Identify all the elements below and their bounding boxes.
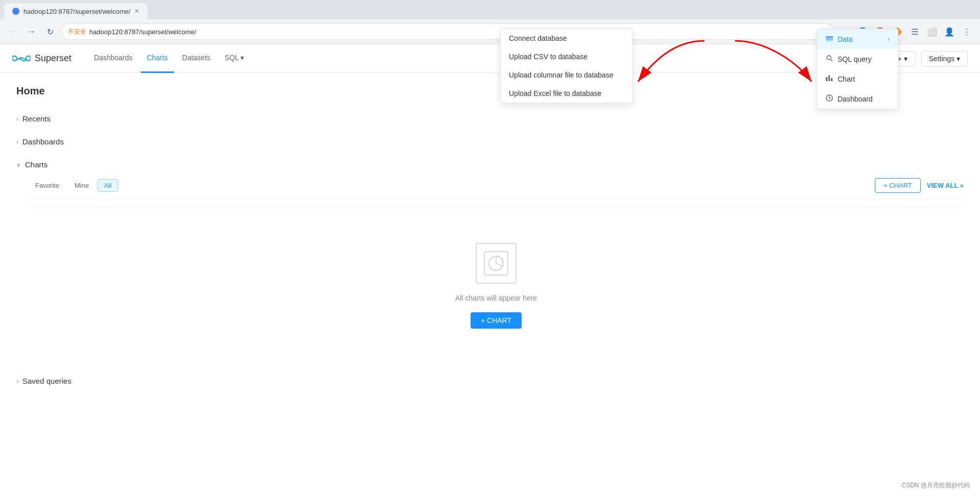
chart-icon [825,74,834,84]
dashboards-section: › Dashboards [16,132,964,151]
nav-datasets[interactable]: Datasets [176,44,216,73]
reload-button[interactable]: ↻ [43,24,57,39]
nav-links: Dashboards Charts Datasets SQL ▾ [88,44,890,73]
charts-divider [29,208,964,208]
layers-icon [825,34,834,42]
plus-dropdown-data[interactable]: Data › [817,29,898,49]
plus-dropdown: Data › SQL query Chart [817,29,898,109]
svg-rect-7 [826,77,827,81]
app-container: Superset Dashboards Charts Datasets SQL … [0,44,980,496]
plus-sql-label: SQL query [838,55,871,63]
charts-empty-icon [476,243,517,284]
filter-tabs: Favorite Mine All [29,179,118,192]
svg-rect-4 [826,40,833,41]
nav-dashboards[interactable]: Dashboards [88,44,139,73]
dashboards-header[interactable]: › Dashboards [16,132,964,151]
nav-charts[interactable]: Charts [141,44,174,73]
charts-section: ∨ Charts Favorite Mine All + CHART VIEW … [16,155,964,363]
superset-logo [12,53,31,64]
svg-point-11 [829,97,830,98]
data-dropdown-upload-excel[interactable]: Upload Excel file to database [501,84,632,103]
tab-title: hadoop120:8787/superset/welcome/ [23,8,131,15]
profile-btn[interactable]: 👤 [942,24,957,39]
dashboards-chevron: › [16,138,18,145]
nav-sql[interactable]: SQL ▾ [218,44,250,73]
dashboards-label: Dashboards [22,137,64,146]
upload-csv-label: Upload CSV to database [509,53,587,61]
sql-icon [825,54,834,64]
filter-all[interactable]: All [97,179,118,192]
data-dropdown-upload-columnar[interactable]: Upload columnar file to database [501,66,632,84]
data-dropdown-upload-csv[interactable]: Upload CSV to database [501,47,632,66]
search-icon [825,54,834,62]
pie-chart-icon [484,251,508,276]
add-chart-button[interactable]: + CHART [875,178,921,193]
plus-dashboard-label: Dashboard [838,95,873,103]
address-text: hadoop120:8787/superset/welcome/ [89,28,197,36]
tab-favicon [12,8,19,15]
data-dropdown: Connect database Upload CSV to database … [500,29,633,103]
brand-name: Superset [35,53,71,64]
recents-label: Recents [22,114,51,123]
plus-data-label: Data [838,35,853,43]
plus-dropdown-chart[interactable]: Chart [817,69,898,89]
charts-content: Favorite Mine All + CHART VIEW ALL » [16,174,964,363]
dashboard-icon [825,94,834,104]
recents-chevron: › [16,115,18,122]
plus-chart-label: Chart [838,75,855,83]
navbar-brand[interactable]: Superset [12,53,71,64]
extension-btn4[interactable]: ☰ [908,24,922,39]
browser-tab[interactable]: hadoop120:8787/superset/welcome/ × [4,3,148,19]
charts-header[interactable]: ∨ Charts [16,155,964,174]
saved-queries-chevron: › [16,378,18,385]
charts-chevron: ∨ [16,161,21,168]
svg-point-5 [827,56,831,60]
charts-empty-text: All charts will appear here [455,294,537,302]
svg-rect-2 [826,36,833,38]
settings-button[interactable]: Settings ▾ [921,51,968,66]
filter-favorite[interactable]: Favorite [29,179,66,192]
charts-actions: + CHART VIEW ALL » [875,178,964,193]
upload-columnar-label: Upload columnar file to database [509,71,614,79]
security-warning: 不安全 [68,28,86,36]
recents-section: › Recents [16,109,964,128]
svg-rect-8 [828,76,830,81]
main-content: Home › Recents › Dashboards ∨ Charts [0,73,980,407]
address-bar[interactable]: 不安全 hadoop120:8787/superset/welcome/ [61,23,834,40]
plus-dropdown-dashboard[interactable]: Dashboard [817,89,898,109]
data-icon [825,34,834,44]
watermark: CSDN @月亮给我抄代码 [901,481,970,490]
saved-queries-label: Saved queries [22,377,71,385]
charts-empty-state: All charts will appear here + CHART [29,212,964,359]
tab-close-btn[interactable]: × [135,7,139,16]
nav-right: + ▾ Settings ▾ [890,51,968,66]
menu-btn[interactable]: ⋮ [960,24,974,39]
charts-toolbar: Favorite Mine All + CHART VIEW ALL » [29,178,964,200]
filter-mine[interactable]: Mine [68,179,95,192]
plus-dropdown-sql[interactable]: SQL query [817,49,898,69]
saved-queries-section: › Saved queries [16,371,964,390]
svg-line-6 [831,60,833,62]
connect-db-label: Connect database [509,34,567,42]
forward-button[interactable]: → [24,24,39,39]
data-dropdown-connect-db[interactable]: Connect database [501,29,632,47]
back-button[interactable]: ← [6,24,20,39]
extension-btn5[interactable]: ⬜ [925,24,939,39]
charts-empty-add-button[interactable]: + CHART [471,312,522,329]
data-submenu-chevron: › [888,36,890,43]
saved-queries-header[interactable]: › Saved queries [16,371,964,390]
svg-rect-9 [831,78,832,81]
dashboard-icon [825,94,834,102]
recents-header[interactable]: › Recents [16,109,964,128]
svg-rect-3 [826,38,833,40]
bar-chart-icon [825,74,834,82]
upload-excel-label: Upload Excel file to database [509,89,601,97]
charts-label: Charts [25,160,47,169]
view-all-button[interactable]: VIEW ALL » [927,182,964,189]
